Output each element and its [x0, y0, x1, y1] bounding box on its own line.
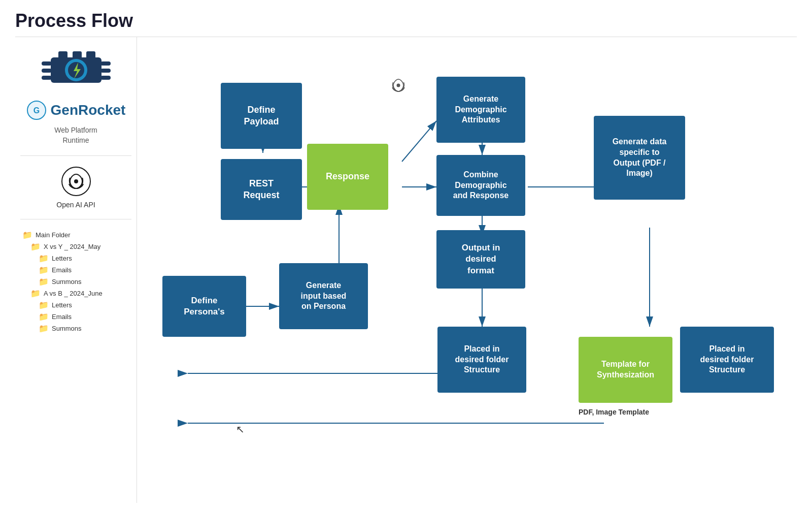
folder-icon: 📁	[39, 277, 49, 287]
folder-label: Summons	[52, 325, 82, 332]
placed-folder-1-box: Placed indesired folderStructure	[437, 327, 526, 393]
output-format-box: Output indesiredformat	[436, 230, 525, 289]
page: Process Flow	[0, 0, 812, 508]
engine-logo	[36, 47, 117, 93]
define-payload-box: DefinePayload	[221, 83, 302, 149]
openai-label: Open AI API	[56, 201, 95, 209]
svg-rect-8	[100, 69, 111, 73]
folder-icon: 📁	[22, 230, 32, 240]
page-title: Process Flow	[15, 10, 797, 31]
template-synthesization-box: Template forSynthesization	[579, 337, 672, 403]
folder-icon: 📁	[39, 324, 49, 333]
folder-label: Emails	[52, 266, 72, 274]
placed-folder-2-box: Placed indesired folderStructure	[680, 327, 774, 393]
svg-rect-7	[100, 61, 111, 66]
folder-label: Main Folder	[36, 231, 71, 239]
folder-label: Summons	[52, 278, 82, 285]
folder-icon: 📁	[30, 289, 41, 298]
define-personas-box: DefinePersona's	[162, 276, 246, 337]
folder-label: Letters	[52, 301, 72, 309]
folder-icon: 📁	[39, 300, 49, 310]
folder-main: 📁 Main Folder	[22, 230, 131, 240]
svg-point-33	[397, 84, 400, 87]
folder-icon: 📁	[39, 265, 49, 275]
openai-section: Open AI API	[20, 166, 131, 209]
svg-line-21	[402, 121, 436, 162]
svg-text:G: G	[33, 106, 39, 115]
folder-icon: 📁	[39, 253, 49, 263]
sidebar: G GenRocket Web PlatformRuntime	[15, 37, 137, 503]
web-platform-label: Web PlatformRuntime	[54, 125, 97, 145]
folder-label: X vs Y _ 2024_May	[44, 243, 100, 250]
flow-area: DefinePayload RESTRequest Response Defin…	[137, 37, 797, 503]
rest-request-box: RESTRequest	[221, 159, 302, 220]
logo-section: G GenRocket Web PlatformRuntime	[20, 47, 131, 145]
generate-demographic-box: GenerateDemographicAttributes	[436, 77, 525, 143]
folder-label: Letters	[52, 255, 72, 262]
svg-point-16	[74, 179, 78, 183]
folder-tree: 📁 Main Folder 📁 X vs Y _ 2024_May 📁 Lett…	[20, 230, 131, 334]
folder-letters1: 📁 Letters	[22, 253, 131, 264]
folder-avsb: 📁 A vs B _ 2024_June	[22, 288, 131, 299]
main-layout: G GenRocket Web PlatformRuntime	[15, 37, 797, 503]
response-box: Response	[307, 144, 388, 210]
svg-rect-5	[42, 69, 52, 73]
folder-summons1: 📁 Summons	[22, 276, 131, 287]
svg-rect-6	[42, 76, 52, 80]
genrocket-brand: GenRocket	[51, 102, 126, 118]
svg-rect-1	[58, 51, 67, 59]
folder-icon: 📁	[30, 242, 41, 251]
folder-letters2: 📁 Letters	[22, 300, 131, 310]
combine-demographic-box: CombineDemographicand Response	[436, 155, 525, 216]
svg-rect-4	[42, 61, 52, 66]
genrocket-logo: G GenRocket	[26, 100, 126, 120]
generate-data-specific-box: Generate dataspecific toOutput (PDF /Ima…	[594, 116, 685, 200]
folder-icon: 📁	[39, 312, 49, 322]
folder-emails2: 📁 Emails	[22, 311, 131, 322]
folder-label: Emails	[52, 313, 72, 321]
folder-summons2: 📁 Summons	[22, 323, 131, 334]
svg-rect-2	[73, 51, 82, 59]
folder-emails1: 📁 Emails	[22, 265, 131, 275]
pdf-image-template-label: PDF, Image Template	[579, 408, 649, 416]
cursor: ↖	[236, 423, 245, 435]
openai-flow-icon	[386, 73, 411, 100]
svg-rect-9	[100, 76, 111, 80]
folder-xvsy: 📁 X vs Y _ 2024_May	[22, 241, 131, 252]
folder-label: A vs B _ 2024_June	[44, 290, 103, 297]
generate-input-persona-box: Generateinput basedon Persona	[279, 263, 368, 329]
svg-rect-3	[86, 51, 95, 59]
